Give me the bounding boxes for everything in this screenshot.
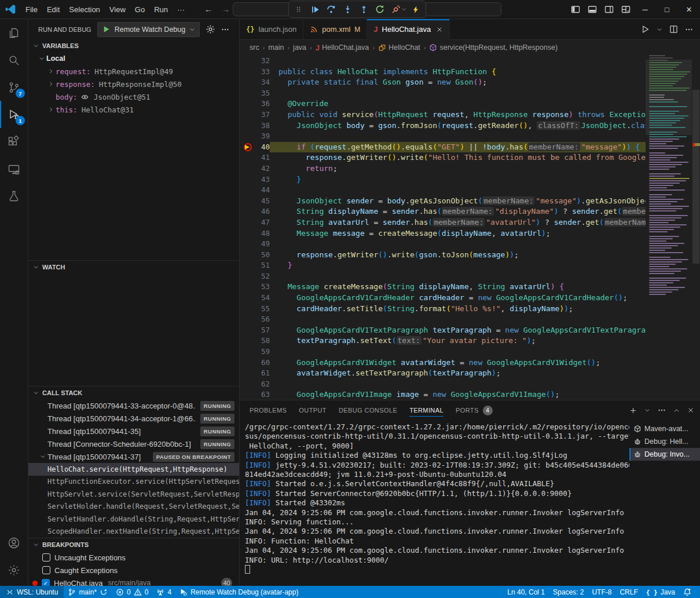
statusbar-remote-indicator[interactable]: WSL: Ubuntu — [0, 586, 64, 598]
call-stack-thread[interactable]: Thread [qtp1500079441-37]PAUSED ON BREAK… — [28, 450, 239, 463]
call-stack-thread[interactable]: Thread [qtp1500079441-33-acceptor-0@48..… — [28, 399, 239, 412]
statusbar-problems[interactable]: 00 — [112, 586, 152, 598]
gutter-glyph[interactable] — [240, 217, 255, 228]
gutter-glyph[interactable] — [240, 88, 255, 99]
gutter-glyph[interactable] — [240, 282, 255, 293]
gutter-glyph[interactable] — [240, 293, 255, 304]
code-line-48[interactable]: 48 Message message = createMessage(displ… — [240, 228, 646, 239]
code-line-54[interactable]: 54 GoogleAppsCardV1CardHeader cardHeader… — [240, 293, 646, 304]
code-line-57[interactable]: 57 GoogleAppsCardV1TextParagraph textPar… — [240, 325, 646, 336]
gutter-glyph[interactable] — [240, 314, 255, 325]
code-line-62[interactable]: 62 — [240, 379, 646, 390]
gutter-glyph[interactable] — [240, 228, 255, 239]
code-line-36[interactable]: 36 @Override — [240, 99, 646, 110]
customize-layout-button[interactable] — [617, 1, 634, 18]
gutter-glyph[interactable] — [240, 131, 255, 142]
code-line-52[interactable]: 52 — [240, 271, 646, 282]
variables-section-header[interactable]: VARIABLES — [28, 39, 239, 52]
eye-icon[interactable] — [81, 93, 89, 101]
call-stack-frame[interactable]: HelloChat.service(HttpRequest,HttpRespon… — [28, 463, 239, 476]
tab-launch-json[interactable]: {}launch.json — [240, 19, 303, 39]
gutter-glyph[interactable] — [240, 99, 255, 110]
activity-settings[interactable] — [0, 556, 28, 584]
close-icon[interactable] — [436, 26, 443, 33]
breadcrumb-item[interactable]: main — [268, 43, 284, 52]
code-line-61[interactable]: 61 avatarWidget.setTextParagraph(textPar… — [240, 368, 646, 379]
tab-pom-xml[interactable]: pom.xmlM — [303, 19, 367, 39]
code-line-42[interactable]: 42 return; — [240, 163, 646, 174]
gutter-glyph[interactable] — [240, 163, 255, 174]
gutter-glyph[interactable] — [240, 110, 255, 121]
statusbar-language-mode[interactable]: { }Java — [642, 586, 679, 598]
panel-tab-problems[interactable]: PROBLEMS — [250, 400, 287, 420]
call-stack-frame[interactable]: HttpServlet.service(ServletRequest,Servl… — [28, 488, 239, 501]
code-line-44[interactable]: 44 — [240, 185, 646, 196]
watch-section-header[interactable]: WATCH — [28, 261, 239, 274]
menu-file[interactable]: File — [21, 3, 42, 16]
panel-more-actions-icon[interactable] — [658, 406, 666, 414]
scrollbar-thumb[interactable] — [692, 90, 699, 264]
code-line-50[interactable]: 50 response.getWriter().write(gson.toJso… — [240, 250, 646, 261]
panel-tab-ports[interactable]: PORTS4 — [456, 400, 493, 420]
close-panel-icon[interactable] — [687, 407, 694, 414]
chevron-down-icon[interactable] — [401, 6, 408, 12]
step-over-button[interactable] — [323, 2, 339, 17]
maximize-panel-icon[interactable] — [673, 407, 680, 414]
gutter-glyph[interactable] — [240, 77, 255, 88]
nav-forward-button[interactable]: → — [222, 5, 230, 14]
gutter-glyph[interactable] — [240, 152, 255, 163]
gutter-glyph[interactable] — [240, 142, 255, 153]
code-line-37[interactable]: 37 public void service(HttpRequest reque… — [240, 110, 646, 121]
grip-button[interactable] — [291, 2, 307, 17]
run-dropdown-icon[interactable] — [657, 27, 662, 32]
terminal-dropdown-icon[interactable] — [644, 407, 650, 413]
gutter-glyph[interactable] — [240, 358, 255, 369]
variables-scope-local[interactable]: Local — [28, 52, 239, 65]
call-stack-frame[interactable]: ServletHandler.doHandle(String,Request,H… — [28, 513, 239, 526]
gutter-glyph[interactable] — [240, 121, 255, 132]
gutter-glyph[interactable] — [240, 379, 255, 390]
toggle-primary-sidebar-button[interactable] — [567, 1, 584, 18]
activity-source-control[interactable]: 7 — [0, 74, 28, 101]
code-line-51[interactable]: 51 } — [240, 260, 646, 271]
editor-scrollbar[interactable] — [692, 55, 700, 400]
toggle-panel-button[interactable] — [584, 1, 600, 18]
breakpoint-row[interactable]: Caught Exceptions — [28, 564, 239, 577]
terminal-list-item[interactable]: Debug: Hell... — [629, 435, 700, 448]
restart-button[interactable] — [372, 2, 388, 17]
code-line-63[interactable]: 63 GoogleAppsCardV1Image image = new Goo… — [240, 389, 646, 400]
menu-edit[interactable]: Edit — [42, 3, 64, 16]
gutter-glyph[interactable] — [240, 325, 255, 336]
code-line-34[interactable]: 34 private static final Gson gson = new … — [240, 77, 646, 88]
gutter-glyph[interactable] — [240, 304, 255, 315]
breadcrumb-item[interactable]: HelloChat — [378, 43, 420, 52]
statusbar-forwarded-ports[interactable]: 4 — [152, 586, 175, 598]
statusbar-debug-status[interactable]: Remote Watch Debug (avatar-app) — [175, 586, 302, 598]
gutter-glyph[interactable] — [240, 250, 255, 261]
code-line-58[interactable]: 58 textParagraph.setText(text:"Your avat… — [240, 336, 646, 347]
statusbar-eol[interactable]: CRLF — [615, 586, 642, 598]
code-line-39[interactable]: 39 — [240, 131, 646, 142]
run-file-button-icon[interactable] — [641, 25, 650, 34]
gutter-glyph[interactable] — [240, 174, 255, 185]
close-button[interactable]: ✕ — [678, 0, 700, 19]
activity-extensions[interactable] — [0, 128, 28, 155]
menu-[interactable]: ··· — [173, 3, 189, 16]
gutter-glyph[interactable] — [240, 206, 255, 217]
call-stack-thread[interactable]: Thread [qtp1500079441-34-acceptor-1@66..… — [28, 412, 239, 425]
code-line-46[interactable]: 46 String displayName = sender.has(membe… — [240, 206, 646, 217]
statusbar-encoding[interactable]: UTF-8 — [588, 586, 615, 598]
activity-remote-explorer[interactable] — [0, 155, 28, 183]
gutter-glyph[interactable] — [240, 336, 255, 347]
breadcrumb-item[interactable]: java — [293, 43, 306, 52]
step-into-button[interactable] — [339, 2, 356, 17]
gutter-glyph[interactable] — [240, 185, 255, 196]
start-debug-icon[interactable] — [102, 25, 111, 34]
code-line-33[interactable]: 33public class HelloChat implements Http… — [240, 67, 646, 78]
breadcrumb-item[interactable]: service(HttpRequest, HttpResponse) — [429, 43, 558, 52]
terminal-list-item[interactable]: Debug: Invo... — [629, 448, 700, 461]
activity-accounts[interactable] — [0, 529, 28, 556]
gutter-glyph[interactable] — [240, 239, 255, 250]
statusbar-notifications[interactable] — [679, 586, 695, 598]
terminal-output[interactable]: /grpc/grpc-context/1.27.2/grpc-context-1… — [240, 420, 629, 586]
